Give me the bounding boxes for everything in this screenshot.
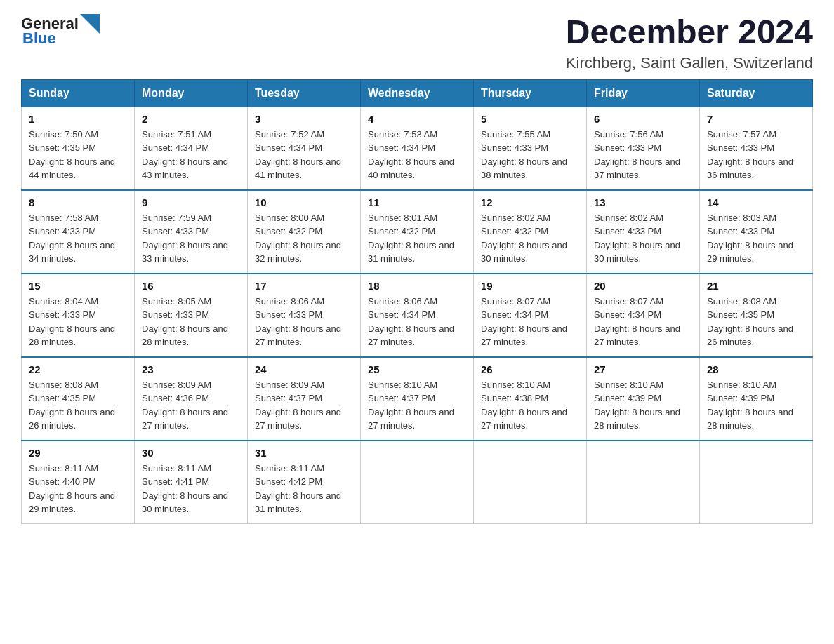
day-number: 3 — [255, 113, 353, 125]
col-sunday: Sunday — [22, 79, 135, 107]
daylight-label: Daylight: — [481, 156, 519, 167]
sunrise-label: Sunrise: — [594, 213, 630, 223]
daylight-label: Daylight: — [255, 156, 293, 167]
daylight-label: Daylight: — [707, 323, 745, 334]
sunset-label: Sunset: — [29, 476, 62, 487]
daylight-label: Daylight: — [481, 323, 519, 334]
calendar-day-cell: 17 Sunrise: 8:06 AM Sunset: 4:33 PM Dayl… — [248, 274, 361, 357]
calendar-day-cell: 30 Sunrise: 8:11 AM Sunset: 4:41 PM Dayl… — [135, 441, 248, 524]
day-number: 10 — [255, 196, 353, 208]
daylight-label: Daylight: — [368, 240, 406, 250]
logo-text-blue: Blue — [22, 29, 56, 48]
sunrise-value: 7:55 AM — [517, 129, 550, 140]
sunset-value: 4:41 PM — [176, 476, 209, 487]
day-number: 20 — [594, 280, 692, 292]
daylight-label: Daylight: — [142, 240, 180, 250]
sunset-label: Sunset: — [594, 226, 628, 236]
day-info: Sunrise: 8:05 AM Sunset: 4:33 PM Dayligh… — [142, 295, 240, 349]
sunset-label: Sunset: — [594, 393, 628, 403]
day-number: 16 — [142, 280, 240, 292]
calendar-title: December 2024 — [566, 14, 813, 51]
calendar-week-row: 1 Sunrise: 7:50 AM Sunset: 4:35 PM Dayli… — [22, 107, 813, 190]
sunrise-label: Sunrise: — [594, 380, 630, 390]
sunrise-value: 8:08 AM — [743, 296, 776, 307]
sunrise-label: Sunrise: — [142, 463, 178, 474]
sunset-value: 4:32 PM — [402, 226, 435, 236]
sunrise-value: 7:50 AM — [65, 129, 98, 140]
calendar-header: Sunday Monday Tuesday Wednesday Thursday… — [22, 79, 813, 107]
day-number: 27 — [594, 363, 692, 375]
sunset-label: Sunset: — [594, 142, 628, 153]
sunset-label: Sunset: — [481, 309, 515, 320]
sunset-value: 4:34 PM — [515, 309, 548, 320]
day-info: Sunrise: 8:09 AM Sunset: 4:36 PM Dayligh… — [142, 378, 240, 433]
day-info: Sunrise: 8:09 AM Sunset: 4:37 PM Dayligh… — [255, 378, 353, 433]
sunrise-value: 8:07 AM — [517, 296, 550, 307]
sunset-value: 4:33 PM — [628, 142, 661, 153]
sunset-value: 4:35 PM — [741, 309, 774, 320]
calendar-day-cell — [474, 441, 587, 524]
day-info: Sunrise: 8:10 AM Sunset: 4:39 PM Dayligh… — [594, 378, 692, 433]
daylight-label: Daylight: — [255, 490, 293, 501]
sunrise-value: 7:51 AM — [178, 129, 211, 140]
daylight-label: Daylight: — [368, 323, 406, 334]
sunset-label: Sunset: — [707, 393, 741, 403]
sunrise-value: 8:11 AM — [178, 463, 211, 474]
sunrise-value: 8:08 AM — [65, 380, 98, 390]
day-number: 11 — [368, 196, 466, 208]
sunset-value: 4:38 PM — [515, 393, 548, 403]
day-info: Sunrise: 8:11 AM Sunset: 4:42 PM Dayligh… — [255, 462, 353, 516]
sunset-label: Sunset: — [255, 476, 289, 487]
day-number: 30 — [142, 447, 240, 459]
daylight-label: Daylight: — [594, 240, 632, 250]
sunrise-value: 8:00 AM — [291, 213, 324, 223]
sunset-label: Sunset: — [255, 393, 289, 403]
calendar-subtitle: Kirchberg, Saint Gallen, Switzerland — [566, 54, 813, 72]
sunset-value: 4:32 PM — [515, 226, 548, 236]
sunrise-label: Sunrise: — [707, 380, 743, 390]
sunset-value: 4:37 PM — [402, 393, 435, 403]
sunrise-value: 8:01 AM — [404, 213, 437, 223]
header: General Blue December 2024 Kirchberg, Sa… — [21, 14, 813, 72]
day-info: Sunrise: 8:00 AM Sunset: 4:32 PM Dayligh… — [255, 211, 353, 266]
sunrise-value: 8:02 AM — [630, 213, 663, 223]
sunset-label: Sunset: — [255, 226, 289, 236]
sunset-label: Sunset: — [255, 142, 289, 153]
sunrise-label: Sunrise: — [368, 129, 404, 140]
day-number: 26 — [481, 363, 579, 375]
day-info: Sunrise: 8:02 AM Sunset: 4:33 PM Dayligh… — [594, 211, 692, 266]
sunset-value: 4:35 PM — [62, 142, 96, 153]
calendar-body: 1 Sunrise: 7:50 AM Sunset: 4:35 PM Dayli… — [22, 107, 813, 523]
sunrise-value: 8:04 AM — [65, 296, 98, 307]
sunset-value: 4:39 PM — [628, 393, 661, 403]
sunrise-value: 8:09 AM — [291, 380, 324, 390]
sunrise-label: Sunrise: — [255, 463, 291, 474]
day-info: Sunrise: 8:04 AM Sunset: 4:33 PM Dayligh… — [29, 295, 127, 349]
calendar-day-cell: 21 Sunrise: 8:08 AM Sunset: 4:35 PM Dayl… — [700, 274, 813, 357]
sunrise-label: Sunrise: — [142, 129, 178, 140]
sunrise-value: 8:02 AM — [517, 213, 550, 223]
calendar-day-cell: 28 Sunrise: 8:10 AM Sunset: 4:39 PM Dayl… — [700, 357, 813, 441]
sunrise-label: Sunrise: — [368, 213, 404, 223]
sunrise-label: Sunrise: — [142, 380, 178, 390]
sunset-label: Sunset: — [368, 226, 402, 236]
sunset-label: Sunset: — [481, 142, 515, 153]
sunset-value: 4:40 PM — [62, 476, 96, 487]
day-number: 28 — [707, 363, 805, 375]
calendar-day-cell: 20 Sunrise: 8:07 AM Sunset: 4:34 PM Dayl… — [587, 274, 700, 357]
sunrise-label: Sunrise: — [29, 213, 65, 223]
calendar-day-cell — [700, 441, 813, 524]
sunset-value: 4:33 PM — [176, 226, 209, 236]
calendar-day-cell: 31 Sunrise: 8:11 AM Sunset: 4:42 PM Dayl… — [248, 441, 361, 524]
day-number: 6 — [594, 113, 692, 125]
calendar-day-cell: 29 Sunrise: 8:11 AM Sunset: 4:40 PM Dayl… — [22, 441, 135, 524]
sunrise-value: 7:56 AM — [630, 129, 663, 140]
sunset-label: Sunset: — [481, 393, 515, 403]
calendar-day-cell: 3 Sunrise: 7:52 AM Sunset: 4:34 PM Dayli… — [248, 107, 361, 190]
calendar-table: Sunday Monday Tuesday Wednesday Thursday… — [21, 79, 813, 524]
daylight-label: Daylight: — [707, 156, 745, 167]
sunrise-label: Sunrise: — [29, 380, 65, 390]
title-block: December 2024 Kirchberg, Saint Gallen, S… — [566, 14, 813, 72]
day-number: 24 — [255, 363, 353, 375]
calendar-day-cell: 6 Sunrise: 7:56 AM Sunset: 4:33 PM Dayli… — [587, 107, 700, 190]
